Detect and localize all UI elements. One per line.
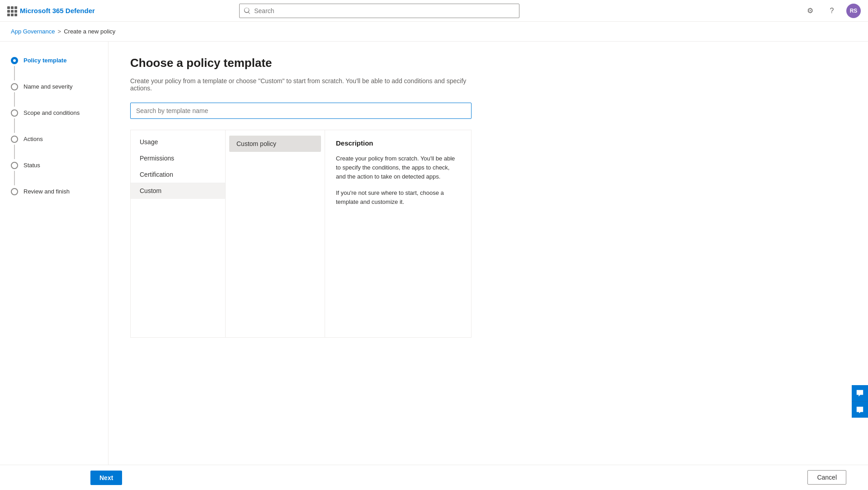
category-certification[interactable]: Certification [131,166,225,183]
breadcrumb-current: Create a new policy [64,28,115,35]
step-label-review: Review and finish [24,187,70,196]
category-usage[interactable]: Usage [131,134,225,150]
search-icon [244,8,250,14]
search-input[interactable] [254,7,514,14]
step-line-4 [14,145,15,159]
description-column: Description Create your policy from scra… [325,130,471,337]
step-line-5 [14,171,15,185]
step-circle-actions [11,136,18,143]
step-circle-review [11,188,18,195]
bottom-bar: Next Cancel [0,465,868,490]
main-layout: Policy template Name and severity Scope … [0,42,868,490]
page-title: Choose a policy template [130,56,846,70]
step-circle-status [11,162,18,169]
user-avatar[interactable]: RS [846,4,861,18]
template-search-input[interactable] [130,103,472,119]
step-label-actions: Actions [24,135,43,143]
step-label-status: Status [24,161,40,170]
step-line-2 [14,92,15,107]
template-column: Custom policy [226,130,325,337]
step-connector-actions [11,135,18,161]
template-panel: Usage Permissions Certification Custom C… [130,130,472,338]
next-button[interactable]: Next [90,471,122,485]
float-feedback-button[interactable] [852,385,868,401]
category-column: Usage Permissions Certification Custom [131,130,226,337]
settings-button[interactable]: ⚙ [803,4,817,18]
message-icon [856,406,864,414]
step-connector-scope [11,108,18,135]
step-status[interactable]: Status [11,161,97,187]
step-label-policy: Policy template [24,56,66,65]
step-circle-policy [11,57,18,64]
step-connector-name [11,82,18,108]
step-review-finish[interactable]: Review and finish [11,187,97,196]
app-title: Microsoft 365 Defender [20,7,95,14]
step-line-3 [14,118,15,133]
step-actions[interactable]: Actions [11,135,97,161]
step-circle-scope [11,109,18,117]
topbar: Microsoft 365 Defender ⚙ ? RS [0,0,868,22]
description-text1: Create your policy from scratch. You'll … [336,154,460,181]
cancel-button[interactable]: Cancel [807,470,846,485]
step-circle-name [11,83,18,90]
page-description: Create your policy from a template or ch… [130,77,474,92]
category-permissions[interactable]: Permissions [131,150,225,166]
step-label-scope: Scope and conditions [24,108,80,117]
app-logo[interactable]: Microsoft 365 Defender [7,6,95,15]
breadcrumb: App Governance > Create a new policy [0,22,868,42]
content-area: Choose a policy template Create your pol… [108,42,868,490]
description-text2: If you're not sure where to start, choos… [336,188,460,207]
float-chat-button[interactable] [852,401,868,418]
step-connector-review [11,187,18,195]
waffle-icon[interactable] [7,6,16,15]
step-label-name: Name and severity [24,82,72,91]
chat-icon [856,389,864,397]
template-custom-policy[interactable]: Custom policy [229,136,321,152]
right-float-panel [852,385,868,418]
global-search-bar[interactable] [239,4,519,18]
topbar-right: ⚙ ? RS [803,4,861,18]
step-policy-template[interactable]: Policy template [11,56,97,82]
step-connector-policy [11,56,18,82]
help-button[interactable]: ? [825,4,839,18]
breadcrumb-parent[interactable]: App Governance [11,28,55,35]
step-connector-status [11,161,18,187]
stepper-sidebar: Policy template Name and severity Scope … [0,42,108,490]
breadcrumb-separator: > [58,28,61,35]
category-custom[interactable]: Custom [131,183,225,199]
description-title: Description [336,139,460,147]
step-line-1 [14,66,15,80]
step-scope-conditions[interactable]: Scope and conditions [11,108,97,135]
step-name-severity[interactable]: Name and severity [11,82,97,108]
